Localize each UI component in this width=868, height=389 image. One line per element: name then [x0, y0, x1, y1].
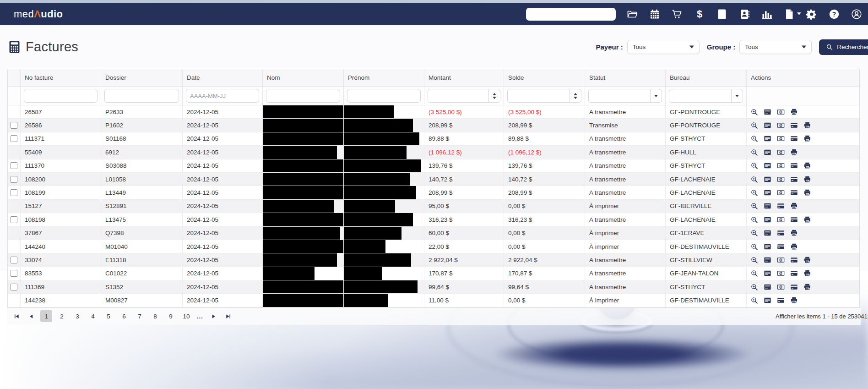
- payment-action-button[interactable]: [777, 256, 785, 264]
- page-number-button[interactable]: 4: [87, 310, 99, 322]
- calculator-button[interactable]: [716, 8, 728, 20]
- open-folder-button[interactable]: [626, 8, 638, 20]
- view-details-action-button[interactable]: [750, 135, 758, 142]
- page-number-button[interactable]: 5: [103, 310, 114, 322]
- filter-spinner-solde[interactable]: [507, 89, 581, 103]
- invoice-lines-action-button[interactable]: [764, 121, 771, 129]
- invoice-lines-action-button[interactable]: [764, 175, 771, 183]
- invoice-lines-action-button[interactable]: [764, 189, 771, 197]
- card-payment-action-button[interactable]: [790, 283, 798, 291]
- invoice-lines-action-button[interactable]: [764, 296, 771, 304]
- column-header-no-facture[interactable]: No facture: [21, 69, 101, 86]
- shopping-cart-button[interactable]: [671, 8, 683, 20]
- invoice-lines-action-button[interactable]: [764, 108, 771, 116]
- page-number-button[interactable]: 7: [134, 310, 146, 322]
- page-number-button[interactable]: 8: [149, 310, 161, 322]
- view-details-action-button[interactable]: [750, 216, 758, 224]
- filter-select-statut[interactable]: [588, 89, 662, 103]
- column-header-montant[interactable]: Montant: [424, 69, 504, 86]
- filter-select-bureau[interactable]: [669, 89, 743, 103]
- last-page-button[interactable]: [222, 311, 233, 322]
- card-payment-action-button[interactable]: [790, 135, 798, 142]
- billing-dollar-button[interactable]: $: [694, 8, 705, 20]
- payment-action-button[interactable]: [777, 108, 785, 116]
- view-details-action-button[interactable]: [750, 202, 758, 210]
- print-action-button[interactable]: [790, 148, 798, 156]
- column-header-dossier[interactable]: Dossier: [101, 69, 183, 86]
- new-document-button[interactable]: [783, 8, 795, 20]
- filter-spinner-montant[interactable]: [428, 89, 500, 103]
- payment-action-button[interactable]: [777, 175, 785, 183]
- print-action-button[interactable]: [803, 269, 811, 277]
- column-header-date[interactable]: Date: [183, 69, 263, 86]
- card-payment-action-button[interactable]: [777, 243, 785, 251]
- invoice-lines-action-button[interactable]: [764, 256, 771, 264]
- view-details-action-button[interactable]: [750, 148, 758, 156]
- view-details-action-button[interactable]: [750, 121, 758, 129]
- settings-gear-button[interactable]: [806, 8, 818, 20]
- groupe-select[interactable]: Tous: [739, 40, 812, 54]
- rechercher-button[interactable]: Rechercher: [819, 39, 868, 55]
- payment-action-button[interactable]: [777, 283, 785, 291]
- payment-action-button[interactable]: [777, 269, 785, 277]
- filter-input-prenom[interactable]: [347, 89, 421, 103]
- invoice-lines-action-button[interactable]: [764, 202, 771, 210]
- view-details-action-button[interactable]: [750, 296, 758, 304]
- column-header-actions[interactable]: Actions: [747, 69, 859, 86]
- payment-action-button[interactable]: [777, 189, 785, 197]
- invoice-lines-action-button[interactable]: [764, 243, 771, 251]
- print-action-button[interactable]: [803, 175, 811, 183]
- spinner-arrows[interactable]: [488, 89, 500, 102]
- payment-action-button[interactable]: [777, 148, 785, 156]
- view-details-action-button[interactable]: [750, 256, 758, 264]
- page-number-button[interactable]: 2: [56, 310, 68, 322]
- card-payment-action-button[interactable]: [790, 256, 798, 264]
- column-header-statut[interactable]: Statut: [585, 69, 666, 86]
- global-search-input[interactable]: [526, 8, 616, 21]
- row-checkbox[interactable]: [11, 162, 17, 169]
- row-checkbox[interactable]: [11, 189, 17, 196]
- page-number-button[interactable]: 10: [180, 310, 192, 322]
- invoice-lines-action-button[interactable]: [764, 229, 771, 237]
- view-details-action-button[interactable]: [750, 108, 758, 116]
- row-checkbox[interactable]: [11, 216, 17, 223]
- view-details-action-button[interactable]: [750, 189, 758, 197]
- payeur-select[interactable]: Tous: [627, 40, 700, 54]
- help-button[interactable]: ?: [828, 8, 840, 20]
- print-action-button[interactable]: [803, 256, 811, 264]
- column-header-solde[interactable]: Solde: [504, 69, 585, 86]
- first-page-button[interactable]: [11, 311, 22, 322]
- column-header-bureau[interactable]: Bureau: [666, 69, 747, 86]
- card-payment-action-button[interactable]: [790, 189, 798, 197]
- print-action-button[interactable]: [803, 189, 811, 197]
- column-header-prenom[interactable]: Prénom: [344, 69, 424, 86]
- filter-input-dossier[interactable]: [104, 89, 179, 103]
- page-number-button[interactable]: 6: [118, 310, 130, 322]
- invoice-lines-action-button[interactable]: [764, 269, 771, 277]
- view-details-action-button[interactable]: [750, 283, 758, 291]
- spinner-arrows[interactable]: [570, 89, 581, 102]
- invoice-lines-action-button[interactable]: [764, 135, 771, 142]
- row-checkbox[interactable]: [11, 270, 17, 277]
- invoice-lines-action-button[interactable]: [764, 283, 771, 291]
- invoice-lines-action-button[interactable]: [764, 148, 771, 156]
- page-number-button[interactable]: 9: [165, 310, 177, 322]
- print-action-button[interactable]: [803, 216, 811, 224]
- filter-input-no-facture[interactable]: [24, 89, 98, 103]
- user-profile-button[interactable]: [851, 8, 863, 20]
- row-checkbox[interactable]: [11, 122, 17, 129]
- card-payment-action-button[interactable]: [790, 175, 798, 183]
- print-action-button[interactable]: [803, 283, 811, 291]
- previous-page-button[interactable]: [26, 311, 37, 322]
- column-header-nom[interactable]: Nom: [263, 69, 344, 86]
- next-page-button[interactable]: [208, 311, 219, 322]
- view-details-action-button[interactable]: [750, 229, 758, 237]
- payment-action-button[interactable]: [777, 135, 785, 142]
- print-action-button[interactable]: [790, 202, 798, 210]
- filter-input-date[interactable]: [186, 89, 259, 103]
- view-details-action-button[interactable]: [750, 162, 758, 170]
- invoice-lines-action-button[interactable]: [764, 216, 771, 224]
- page-number-button[interactable]: 1: [40, 310, 52, 322]
- calendar-button[interactable]: [649, 8, 661, 20]
- print-action-button[interactable]: [790, 243, 798, 251]
